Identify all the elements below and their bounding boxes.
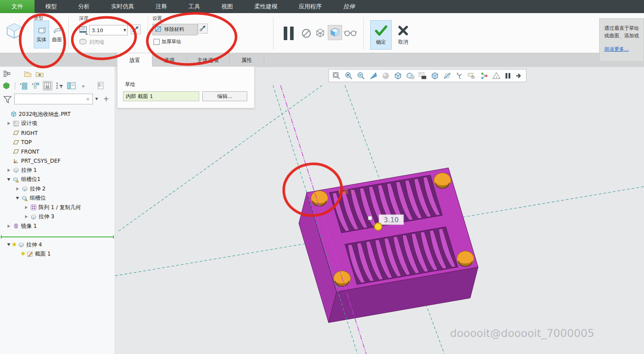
depth-drag-handle[interactable] <box>375 223 382 231</box>
tab-model[interactable]: 模型 <box>35 0 67 13</box>
read-more-link[interactable]: 阅读更多... <box>604 45 629 53</box>
refit-icon[interactable] <box>332 71 341 80</box>
tree-item-拉伸-4[interactable]: 拉伸 4 <box>6 240 42 249</box>
tree-item-镜像-1[interactable]: 镜像 1 <box>6 221 37 231</box>
surface-type-button[interactable]: 曲面 <box>49 21 65 48</box>
tab-flexible-modeling[interactable]: 柔性建模 <box>244 0 288 13</box>
tree-item-label[interactable]: 阵列 1 / 复制几何 <box>38 204 81 211</box>
tab-options[interactable]: 选项 <box>152 53 187 67</box>
tab-annotate[interactable]: 注释 <box>145 0 178 13</box>
flip-depth-direction-button[interactable] <box>131 24 141 36</box>
collapse-all-icon[interactable] <box>31 81 40 90</box>
view-normal-icon[interactable] <box>406 71 415 80</box>
tree-search-box[interactable]: × <box>14 94 93 104</box>
resume-icon[interactable] <box>515 71 523 80</box>
tree-item-RIGHT[interactable]: RIGHT <box>6 128 38 137</box>
tree-doc-icon[interactable] <box>96 81 106 90</box>
expand-arrow-icon[interactable] <box>14 187 21 190</box>
zoom-out-icon[interactable] <box>357 71 365 80</box>
clear-search-icon[interactable]: × <box>83 96 92 102</box>
tree-item-label[interactable]: TOP <box>21 139 32 145</box>
collapse-arrow-icon[interactable] <box>6 178 12 181</box>
tree-filter-icon[interactable] <box>55 81 64 90</box>
tree-item-label[interactable]: 拉伸 3 <box>38 213 54 220</box>
tab-tools[interactable]: 工具 <box>178 0 211 13</box>
tab-extrude-active[interactable]: 拉伸 <box>333 0 365 13</box>
depth-value-input[interactable]: 3.10 <box>89 25 128 35</box>
pause-feature-button[interactable] <box>281 24 297 44</box>
tab-live-sim[interactable]: 实时仿真 <box>100 0 145 13</box>
tab-properties[interactable]: 属性 <box>229 53 264 67</box>
collapse-arrow-icon[interactable] <box>14 197 21 200</box>
model-3d[interactable] <box>299 168 478 323</box>
ok-button[interactable]: 确定 <box>370 20 392 50</box>
tree-item-组槽位[interactable]: 组槽位 <box>14 194 46 203</box>
tree-item-阵列-1---复制几何[interactable]: 阵列 1 / 复制几何 <box>23 203 81 212</box>
tree-item-label[interactable]: 拉伸 4 <box>26 241 42 248</box>
geometry-preview-toggle[interactable] <box>328 25 342 40</box>
tree-item-拉伸-2[interactable]: 拉伸 2 <box>14 184 46 193</box>
closed-end-option[interactable]: 封闭端 <box>79 38 104 46</box>
remove-material-toggle[interactable]: 移除材料 <box>152 24 198 35</box>
collapse-arrow-icon[interactable] <box>6 243 12 246</box>
tree-item-label[interactable]: 设计项 <box>21 120 37 127</box>
tree-item-拉伸-3[interactable]: 拉伸 3 <box>23 212 54 221</box>
expand-arrow-icon[interactable] <box>6 122 12 125</box>
thicken-sketch-option[interactable]: 加厚草绘 <box>154 38 181 45</box>
tree-item-label[interactable]: PRT_CSYS_DEF <box>21 158 61 164</box>
tree-item-TOP[interactable]: TOP <box>6 138 32 147</box>
verify-glasses-button[interactable] <box>344 29 357 38</box>
tree-item-label[interactable]: 拉伸 1 <box>21 167 37 174</box>
model-tree-toggle-icon[interactable] <box>2 69 12 79</box>
tree-item-截面-1[interactable]: 截面 1 <box>14 250 51 259</box>
tree-item-label[interactable]: 组槽位 <box>30 194 46 202</box>
folder-browser-icon[interactable] <box>23 69 33 79</box>
tree-item-FRONT[interactable]: FRONT <box>6 147 39 156</box>
tree-item-label[interactable]: 组槽位1 <box>21 176 40 183</box>
depth-dropdown-arrow[interactable]: ▼ <box>123 28 126 32</box>
expand-arrow-icon[interactable] <box>23 206 29 209</box>
wireframe-preview-icon[interactable] <box>315 27 326 40</box>
tree-item-label[interactable]: 拉伸 2 <box>30 185 46 192</box>
solid-type-button[interactable]: 实体 <box>34 21 49 48</box>
annotation-display-icon[interactable] <box>467 71 476 80</box>
capture-icon[interactable] <box>418 71 427 80</box>
search-dropdown-arrow[interactable]: ▼ <box>95 97 98 101</box>
depth-type-button[interactable] <box>79 25 89 36</box>
graphics-viewport[interactable]: 截面 1 3.10 dooooit@dooooit_7000005 <box>115 67 644 354</box>
perspective-icon[interactable] <box>492 71 501 80</box>
favorites-folder-icon[interactable] <box>35 69 44 79</box>
tree-item-label[interactable]: 镜像 1 <box>21 223 37 230</box>
tree-columns-icon[interactable] <box>43 81 52 90</box>
tab-body-options[interactable]: 主体选项 <box>186 53 230 67</box>
pause-icon[interactable] <box>504 71 511 80</box>
dimension-attach-handle[interactable] <box>368 216 372 220</box>
feature-graph-icon[interactable] <box>480 71 488 80</box>
display-style-icon[interactable] <box>431 71 439 80</box>
tree-search-input[interactable] <box>15 96 83 102</box>
zoom-in-icon[interactable] <box>344 71 353 80</box>
more-tools-chevron[interactable]: » <box>79 81 88 90</box>
tree-item-label[interactable]: 截面 1 <box>35 250 51 258</box>
add-filter-button[interactable]: + <box>103 94 109 103</box>
tree-item-组槽位1[interactable]: 组槽位1 <box>6 175 40 184</box>
tab-placement[interactable]: 放置 <box>117 53 152 67</box>
thicken-sketch-checkbox[interactable] <box>154 39 160 45</box>
tab-view[interactable]: 视图 <box>211 0 244 13</box>
tree-item-2032电池收纳盒.PRT[interactable]: 2032电池收纳盒.PRT <box>3 110 71 119</box>
tree-item-label[interactable]: FRONT <box>21 148 39 155</box>
no-preview-icon[interactable] <box>301 28 311 40</box>
insertion-indicator[interactable] <box>1 237 114 237</box>
named-views-icon[interactable] <box>394 71 402 80</box>
tree-column-settings-icon[interactable] <box>67 81 76 90</box>
flip-material-side-button[interactable] <box>198 23 208 35</box>
tree-item-拉伸-1[interactable]: 拉伸 1 <box>6 165 37 175</box>
datum-display-icon[interactable] <box>443 71 452 80</box>
expand-all-icon[interactable] <box>19 81 29 90</box>
expand-arrow-icon[interactable] <box>6 169 12 172</box>
tree-item-设计项[interactable]: 设计项 <box>6 119 37 128</box>
dimension-value[interactable]: 3.10 <box>384 216 399 224</box>
tab-applications[interactable]: 应用程序 <box>288 0 333 13</box>
datum-filters-icon[interactable] <box>455 71 464 80</box>
tab-analysis[interactable]: 分析 <box>67 0 100 13</box>
